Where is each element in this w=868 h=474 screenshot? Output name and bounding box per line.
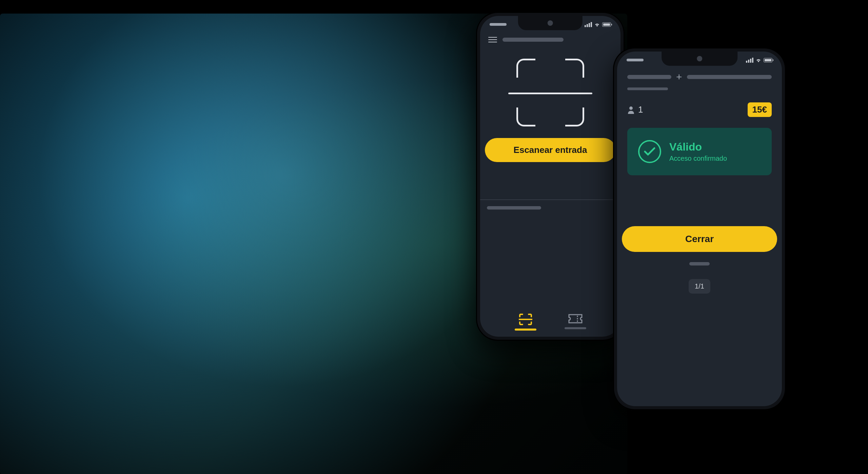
- battery-icon: [602, 22, 611, 27]
- close-button[interactable]: Cerrar: [622, 226, 777, 252]
- ticket-info-row: 1 15€: [617, 90, 782, 125]
- status-time-placeholder: [627, 59, 644, 61]
- phone-camera-dot: [697, 56, 702, 61]
- footer-placeholder: [689, 262, 710, 265]
- phone-screen-validation: + 1 15€ Válido Acceso confirmado Ce: [617, 52, 782, 406]
- scan-line: [508, 93, 592, 94]
- section-label-placeholder: [487, 206, 541, 210]
- validation-text: Válido Acceso confirmado: [669, 141, 727, 162]
- scan-icon: [519, 314, 532, 325]
- scan-frame: [516, 59, 584, 126]
- ticket-detail-placeholder: [687, 75, 772, 79]
- plus-icon: +: [676, 72, 682, 82]
- header-title-placeholder: [502, 38, 564, 42]
- status-time-placeholder: [490, 23, 507, 26]
- ticket-header: +: [617, 68, 782, 84]
- check-circle-icon: [638, 140, 661, 163]
- battery-icon: [764, 58, 772, 62]
- page-indicator: 1/1: [689, 279, 710, 294]
- cellular-signal-icon: [585, 22, 592, 27]
- person-count-value: 1: [638, 104, 643, 115]
- scan-viewport: [480, 48, 620, 138]
- scan-button[interactable]: Escanear entrada: [485, 138, 616, 162]
- menu-icon[interactable]: [488, 37, 497, 42]
- status-indicators: [585, 22, 611, 27]
- bottom-tab-bar: [480, 314, 620, 331]
- divider: [480, 199, 620, 200]
- status-indicators: [746, 58, 772, 63]
- wifi-icon: [755, 58, 762, 62]
- validation-status-card: Válido Acceso confirmado: [627, 128, 772, 175]
- person-count: 1: [627, 104, 643, 115]
- svg-point-2: [629, 106, 633, 110]
- phone-mockup-validation: + 1 15€ Válido Acceso confirmado Ce: [613, 47, 786, 410]
- tab-scan[interactable]: [515, 314, 536, 331]
- ticket-icon: [568, 314, 583, 324]
- phone-mockup-scanner: Escanear entrada: [476, 12, 625, 341]
- phone-notch: [518, 16, 583, 30]
- price-tag: 15€: [748, 102, 772, 117]
- validation-title: Válido: [669, 141, 727, 153]
- person-icon: [627, 106, 635, 114]
- tab-tickets[interactable]: [565, 314, 586, 331]
- validation-subtitle: Acceso confirmado: [669, 155, 727, 162]
- ticket-name-placeholder: [627, 75, 671, 79]
- app-header: [480, 33, 620, 48]
- cellular-signal-icon: [746, 58, 753, 63]
- phone-camera-dot: [548, 20, 553, 26]
- phone-screen-scanner: Escanear entrada: [480, 16, 620, 337]
- ticket-subtitle-placeholder: [627, 87, 668, 90]
- phone-notch: [662, 52, 737, 66]
- wifi-icon: [594, 22, 600, 27]
